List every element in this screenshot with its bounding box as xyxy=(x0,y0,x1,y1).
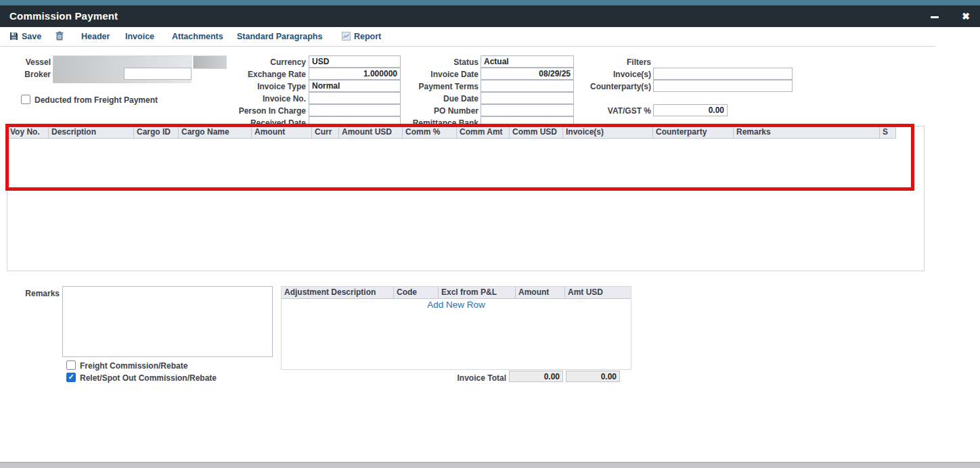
add-new-row-link[interactable]: Add New Row xyxy=(281,300,631,310)
status-label: Status xyxy=(377,57,478,68)
invoices-filter-label: Invoice(s) xyxy=(550,69,651,80)
relet-spot-out-label: Relet/Spot Out Commission/Rebate xyxy=(80,373,217,383)
col-excl-from-pnl[interactable]: Excl from P&L xyxy=(439,287,516,299)
tab-standard-paragraphs[interactable]: Standard Paragraphs xyxy=(237,27,322,46)
col-counterparty[interactable]: Counterparty xyxy=(653,126,734,139)
minimize-button[interactable] xyxy=(925,5,945,27)
col-voy-no[interactable]: Voy No. xyxy=(7,126,49,139)
col-amount[interactable]: Amount xyxy=(252,126,312,139)
counterparty-filter-label: Counterparty(s) xyxy=(550,81,651,92)
invoice-total-usd-field: 0.00 xyxy=(566,371,620,382)
save-icon xyxy=(9,28,18,47)
commission-lines-header: Voy No. Description Cargo ID Cargo Name … xyxy=(7,126,924,139)
window-bottom-strip xyxy=(0,462,980,468)
col-curr[interactable]: Curr xyxy=(312,126,339,139)
col-cargo-name[interactable]: Cargo Name xyxy=(179,126,252,139)
delete-button[interactable] xyxy=(55,27,67,46)
remarks-label: Remarks xyxy=(0,288,60,299)
counterparty-filter-field[interactable] xyxy=(653,80,793,92)
col-filler xyxy=(896,126,924,139)
exchange-rate-label: Exchange Rate xyxy=(204,69,306,80)
vat-gst-field[interactable]: 0.00 xyxy=(653,104,728,116)
freight-commission-label: Freight Commission/Rebate xyxy=(80,360,187,371)
currency-label: Currency xyxy=(204,57,306,68)
commission-lines-table[interactable]: Voy No. Description Cargo ID Cargo Name … xyxy=(7,126,925,271)
invoice-type-label: Invoice Type xyxy=(204,81,306,92)
col-amt-usd[interactable]: Amt USD xyxy=(565,287,631,299)
col-adj-amount[interactable]: Amount xyxy=(516,287,565,299)
freight-commission-checkbox[interactable] xyxy=(66,360,76,370)
window-top-strip xyxy=(0,0,980,5)
col-invoices[interactable]: Invoice(s) xyxy=(563,126,653,139)
adjustments-table[interactable]: Adjustment Description Code Excl from P&… xyxy=(281,286,631,370)
window-title-bar: Commission Payment ✖ xyxy=(0,5,980,27)
person-in-charge-label: Person In Charge xyxy=(204,106,306,116)
minimize-icon xyxy=(931,16,939,18)
vessel-field[interactable] xyxy=(53,55,192,69)
window-title: Commission Payment xyxy=(9,5,118,27)
toolbar: Save Header Invoice Attachments Standard… xyxy=(0,27,980,47)
col-cargo-id[interactable]: Cargo ID xyxy=(134,126,179,139)
adjustments-header: Adjustment Description Code Excl from P&… xyxy=(282,287,631,299)
col-s[interactable]: S xyxy=(880,126,896,139)
col-amount-usd[interactable]: Amount USD xyxy=(339,126,403,139)
remarks-textarea[interactable] xyxy=(62,286,273,357)
commission-payment-window: Commission Payment ✖ Save Header Invoice… xyxy=(0,0,980,468)
invoices-filter-field[interactable] xyxy=(653,68,793,80)
close-icon: ✖ xyxy=(962,11,970,22)
col-remarks[interactable]: Remarks xyxy=(734,126,880,139)
po-number-label: PO Number xyxy=(377,106,478,116)
payment-terms-label: Payment Terms xyxy=(377,81,478,92)
deducted-from-freight-label: Deducted from Freight Payment xyxy=(35,95,158,106)
tab-header[interactable]: Header xyxy=(81,27,110,46)
col-comm-usd[interactable]: Comm USD xyxy=(510,126,563,139)
invoice-total-amount-field: 0.00 xyxy=(509,371,563,382)
vat-gst-label: VAT/GST % xyxy=(550,106,651,116)
relet-spot-out-checkbox[interactable] xyxy=(66,373,76,382)
col-description[interactable]: Description xyxy=(49,126,134,139)
vessel-label: Vessel xyxy=(0,57,51,68)
save-button[interactable]: Save xyxy=(9,27,41,46)
invoice-total-label: Invoice Total xyxy=(405,373,506,383)
tab-invoice[interactable]: Invoice xyxy=(125,27,154,46)
invoice-date-label: Invoice Date xyxy=(377,69,478,80)
trash-icon xyxy=(55,28,64,47)
filters-heading: Filters xyxy=(550,57,651,68)
broker-field[interactable] xyxy=(124,68,192,80)
report-button[interactable]: Report xyxy=(342,27,381,46)
tab-attachments[interactable]: Attachments xyxy=(172,27,223,46)
col-comm-amt[interactable]: Comm Amt xyxy=(457,126,510,139)
broker-label: Broker xyxy=(0,69,51,80)
report-chart-icon xyxy=(342,28,351,47)
close-button[interactable]: ✖ xyxy=(956,5,976,27)
invoice-no-label: Invoice No. xyxy=(204,93,306,104)
due-date-field[interactable] xyxy=(481,92,574,104)
col-code[interactable]: Code xyxy=(394,287,439,299)
col-adjustment-description[interactable]: Adjustment Description xyxy=(282,287,394,299)
due-date-label: Due Date xyxy=(377,93,478,104)
col-comm-pct[interactable]: Comm % xyxy=(403,126,457,139)
deducted-from-freight-checkbox[interactable] xyxy=(21,95,30,104)
